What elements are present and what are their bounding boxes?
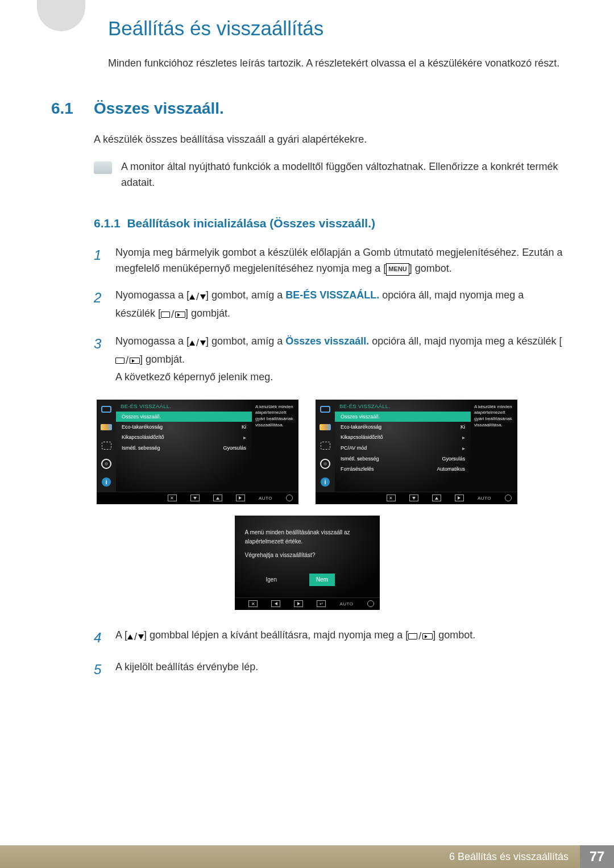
osd-sidebar: i (316, 400, 335, 492)
osd-row[interactable]: PC/AV mód▸ (335, 443, 471, 454)
step-2: 2 Nyomogassa a [/] gombot, amíg a BE-ÉS … (94, 287, 563, 323)
info-icon: i (100, 477, 113, 487)
osd-row[interactable]: Ismétl. sebességGyorsulás (116, 443, 252, 453)
power-icon (505, 495, 512, 501)
up-down-key-icon: / (189, 335, 206, 351)
power-icon (367, 600, 374, 607)
osd-row[interactable]: ForrásészlelésAutomatikus (335, 464, 471, 474)
left-icon (271, 600, 280, 607)
step-5: 5 A kijelölt beállítás érvénybe lép. (94, 659, 563, 680)
osd-tooltip: A készülék minden alapértelmezett gyári … (252, 400, 298, 492)
step-3: 3 Nyomogassa a [/] gombot, amíg a Összes… (94, 333, 563, 385)
up-down-key-icon: / (127, 629, 144, 645)
resize-icon (319, 441, 331, 451)
auto-label: AUTO (478, 496, 491, 501)
confirm-button-bar: ✕ ↵ AUTO (235, 597, 380, 610)
enter-key-icon: / (161, 306, 185, 323)
osd-tooltip: A készülék minden alapértelmezett gyári … (471, 400, 517, 492)
osd-button-bar: ✕ AUTO (97, 492, 298, 504)
page-footer: 6 Beállítás és visszaállítás 77 (0, 845, 614, 868)
enter-key-icon: / (115, 352, 140, 369)
page-number: 77 (580, 845, 614, 868)
step-1: 1 Nyomja meg bármelyik gombot a készülék… (94, 244, 563, 277)
resize-icon (100, 441, 113, 451)
close-icon: ✕ (168, 495, 177, 501)
enter-key-icon: / (408, 628, 433, 645)
menu-key-icon: MENU (386, 263, 409, 276)
osd-menu-2: i BE-ÉS VISSZAÁLL.Összes visszaáll.Eco-t… (316, 400, 517, 504)
section-number: 6.1 (51, 99, 94, 118)
chapter-intro: Minden funkcióhoz részletes leírás tarto… (108, 56, 563, 71)
osd-row[interactable]: Eco-takarékosságKi (335, 422, 471, 432)
gear-icon (100, 459, 113, 469)
osd-row[interactable]: Kikapcsolásidőzítő▸ (116, 432, 252, 443)
osd-menu-1: i BE-ÉS VISSZAÁLL.Összes visszaáll.Eco-t… (97, 400, 298, 504)
gear-icon (319, 459, 331, 469)
monitor-icon (100, 404, 113, 414)
note-text: A monitor által nyújtható funkciók a mod… (121, 159, 563, 191)
subsection-heading: 6.1.1 Beállítások inicializálása (Összes… (94, 217, 563, 230)
note-icon (94, 161, 112, 174)
colors-icon (319, 422, 331, 433)
right-icon (455, 495, 464, 501)
osd-sidebar: i (97, 400, 116, 492)
confirm-question: Végrehajtja a visszaállítást? (245, 551, 370, 560)
confirm-text: A menü minden beállításának visszaáll az… (245, 528, 370, 546)
confirm-dialog: A menü minden beállításának visszaáll az… (235, 516, 380, 610)
right-icon (236, 495, 245, 501)
close-icon: ✕ (248, 600, 258, 607)
step-4: 4 A [/] gombbal lépjen a kívánt beállítá… (94, 627, 563, 649)
osd-row[interactable]: Ismétl. sebességGyorsulás (335, 454, 471, 464)
auto-label: AUTO (259, 496, 272, 501)
auto-label: AUTO (339, 601, 353, 607)
footer-chapter: 6 Beállítás és visszaállítás (449, 851, 569, 863)
chapter-title: Beállítás és visszaállítás (108, 17, 563, 40)
right-icon (294, 600, 303, 607)
down-icon (409, 495, 418, 501)
up-icon (213, 495, 222, 501)
yes-button[interactable]: Igen (259, 574, 284, 586)
power-icon (286, 495, 293, 501)
osd-row[interactable]: Összes visszaáll. (335, 412, 471, 422)
info-icon: i (319, 477, 331, 487)
close-icon: ✕ (387, 495, 396, 501)
osd-row[interactable]: Összes visszaáll. (116, 412, 252, 422)
section-body: A készülék összes beállítása visszaáll a… (94, 132, 563, 148)
up-down-key-icon: / (189, 289, 206, 305)
osd-screenshots: i BE-ÉS VISSZAÁLL.Összes visszaáll.Eco-t… (51, 400, 563, 504)
enter-icon: ↵ (317, 600, 326, 607)
osd-row[interactable]: Kikapcsolásidőzítő▸ (335, 432, 471, 443)
up-icon (432, 495, 441, 501)
osd-button-bar: ✕ AUTO (316, 492, 517, 504)
section-title: Összes visszaáll. (94, 99, 224, 118)
monitor-icon (319, 404, 331, 414)
down-icon (190, 495, 200, 501)
colors-icon (100, 422, 113, 433)
osd-row[interactable]: Eco-takarékosságKi (116, 422, 252, 432)
no-button[interactable]: Nem (309, 574, 335, 586)
